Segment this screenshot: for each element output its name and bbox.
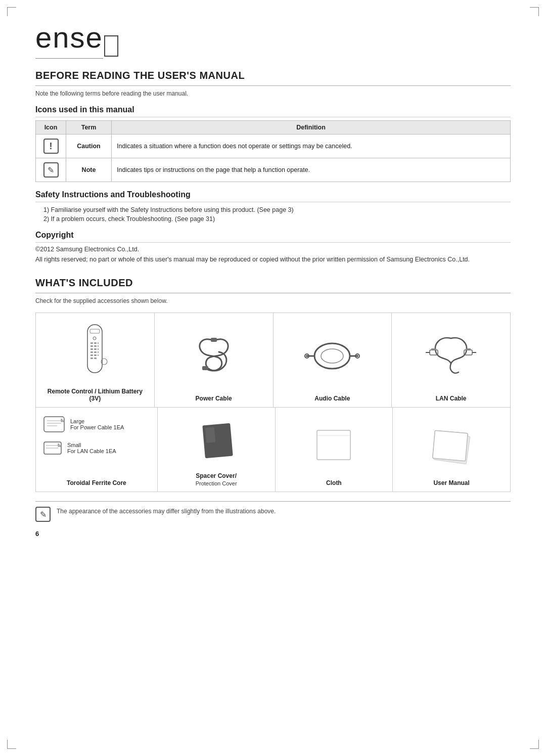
note-icon-cell: ✎: [36, 158, 66, 182]
audio-cable-label: Audio Cable: [314, 395, 350, 402]
included-row-2: Large For Power Cable 1EA Small For LAN …: [36, 408, 510, 492]
svg-rect-46: [317, 430, 350, 460]
remote-control-label: Remote Control / Lithium Battery (3V): [41, 388, 149, 402]
toroidal-large-text: Large: [70, 418, 124, 424]
logo-text: ense: [35, 20, 103, 59]
user-manual-image: [398, 417, 505, 474]
footer-note-icon: ✎: [35, 507, 51, 522]
table-row: ✎ Note Indicates tips or instructions on…: [36, 158, 511, 182]
copyright-line1: ©2012 Samsung Electronics Co.,Ltd.: [35, 246, 511, 253]
toroidal-small-for: For LAN Cable 1EA: [67, 448, 116, 454]
footer-note: ✎ The appearance of the accessories may …: [35, 501, 511, 522]
svg-rect-16: [94, 354, 97, 356]
corner-mark-tl: [7, 7, 16, 16]
note-definition: Indicates tips or instructions on the pa…: [112, 158, 511, 182]
remote-control-image: [41, 322, 149, 383]
svg-rect-1: [90, 329, 100, 333]
copyright-line2: All rights reserved; no part or whole of…: [35, 256, 511, 263]
spacer-cover-label: Spacer Cover/: [196, 472, 237, 479]
audio-cable-image: [279, 322, 387, 390]
svg-rect-8: [98, 345, 99, 347]
table-row: ! Caution Indicates a situation where a …: [36, 135, 511, 158]
svg-rect-7: [94, 345, 97, 347]
svg-rect-19: [94, 358, 97, 359]
section1-intro: Note the following terms before reading …: [35, 90, 511, 97]
col-icon: Icon: [36, 121, 66, 135]
lan-cable-label: LAN Cable: [436, 395, 467, 402]
svg-rect-22: [202, 366, 208, 370]
cell-remote-control: Remote Control / Lithium Battery (3V): [36, 313, 155, 407]
included-row-1: Remote Control / Lithium Battery (3V) Po…: [36, 313, 510, 408]
cloth-label: Cloth: [326, 479, 342, 486]
power-cable-image: [160, 322, 268, 390]
svg-rect-10: [94, 348, 97, 350]
logo-box: [104, 35, 118, 57]
section2-intro: Check for the supplied accessories shown…: [35, 297, 511, 304]
icons-table: Icon Term Definition ! Caution Indicates…: [35, 120, 511, 182]
svg-rect-9: [90, 348, 93, 350]
section2-title: WHAT'S INCLUDED: [35, 277, 511, 293]
svg-rect-6: [90, 345, 93, 347]
svg-point-23: [314, 343, 350, 369]
caution-term: Caution: [66, 135, 112, 158]
toroidal-small-text: Small: [67, 442, 116, 448]
logo-area: ense: [35, 20, 511, 59]
page-number: 6: [35, 530, 511, 538]
cell-cloth: Cloth: [276, 408, 393, 492]
user-manual-label: User Manual: [433, 479, 469, 486]
lan-cable-image: [397, 322, 505, 390]
corner-mark-br: [530, 740, 539, 749]
svg-rect-12: [90, 351, 93, 353]
section1-title: BEFORE READING THE USER'S MANUAL: [35, 70, 511, 86]
icons-section-title: Icons used in this manual: [35, 105, 511, 117]
col-definition: Definition: [112, 121, 511, 135]
svg-rect-15: [90, 354, 93, 356]
toroidal-item-large: Large For Power Cable 1EA: [43, 415, 150, 434]
svg-point-2: [93, 337, 96, 340]
safety-section-title: Safety Instructions and Troubleshooting: [35, 190, 511, 202]
svg-rect-50: [433, 430, 468, 461]
svg-rect-13: [94, 351, 97, 353]
svg-rect-34: [466, 348, 471, 350]
svg-rect-32: [431, 348, 436, 350]
toroidal-large-for: For Power Cable 1EA: [70, 424, 124, 430]
svg-rect-17: [98, 354, 99, 356]
svg-rect-11: [98, 348, 99, 350]
footer-note-text: The appearance of the accessories may di…: [57, 507, 276, 515]
cell-audio-cable: Audio Cable: [274, 313, 392, 407]
corner-mark-bl: [7, 740, 16, 749]
copyright-title: Copyright: [35, 231, 511, 243]
safety-list: 1) Familiarise yourself with the Safety …: [35, 206, 511, 223]
svg-rect-3: [90, 342, 93, 344]
svg-rect-21: [211, 338, 217, 342]
cell-power-cable: Power Cable: [155, 313, 274, 407]
toroidal-item-small: Small For LAN Cable 1EA: [43, 440, 150, 456]
cell-toroidal: Large For Power Cable 1EA Small For LAN …: [36, 408, 158, 492]
cell-lan-cable: LAN Cable: [392, 313, 510, 407]
spacer-cover-image: [163, 417, 270, 467]
svg-rect-18: [90, 358, 93, 359]
caution-icon-cell: !: [36, 135, 66, 158]
note-icon: ✎: [43, 162, 59, 177]
svg-rect-5: [98, 342, 99, 344]
toroidal-label: Toroidal Ferrite Core: [67, 474, 126, 486]
included-grid: Remote Control / Lithium Battery (3V) Po…: [35, 313, 511, 492]
corner-mark-tr: [530, 7, 539, 16]
cloth-image: [281, 417, 388, 474]
col-term: Term: [66, 121, 112, 135]
caution-definition: Indicates a situation where a function d…: [112, 135, 511, 158]
svg-point-24: [321, 349, 343, 363]
svg-rect-45: [205, 427, 215, 442]
power-cable-label: Power Cable: [196, 395, 232, 402]
cell-spacer-cover: Spacer Cover/ Protection Cover: [158, 408, 276, 492]
svg-point-30: [356, 355, 358, 357]
svg-rect-14: [98, 351, 99, 353]
svg-rect-4: [94, 342, 97, 344]
spacer-cover-sublabel: Protection Cover: [196, 480, 237, 486]
note-term: Note: [66, 158, 112, 182]
safety-item-1: 1) Familiarise yourself with the Safety …: [35, 206, 511, 213]
svg-point-27: [306, 355, 308, 357]
toroidal-inner: Large For Power Cable 1EA Small For LAN …: [43, 415, 150, 456]
safety-item-2: 2) If a problem occurs, check Troublesho…: [35, 215, 511, 223]
cell-user-manual: User Manual: [393, 408, 510, 492]
